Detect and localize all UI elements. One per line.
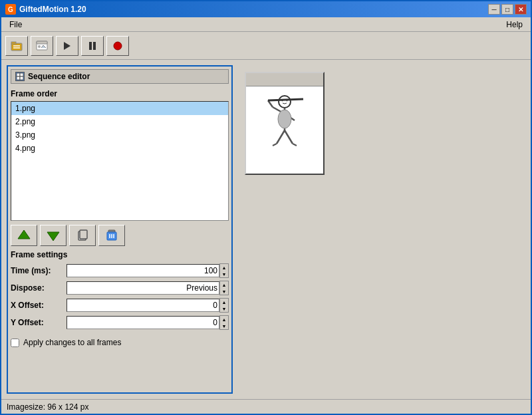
y-offset-label: Y Offset: bbox=[11, 318, 64, 327]
image-button[interactable] bbox=[31, 36, 53, 56]
x-offset-label: X Offset: bbox=[11, 301, 64, 310]
pause-button[interactable] bbox=[81, 36, 104, 56]
down-arrow-icon bbox=[46, 228, 61, 243]
y-offset-spinner: ▲ ▼ bbox=[219, 315, 229, 330]
right-panel bbox=[238, 65, 525, 394]
main-window: G GiftedMotion 1.20 ─ □ ✕ File Help bbox=[0, 0, 532, 415]
close-button[interactable]: ✕ bbox=[515, 4, 527, 15]
svg-rect-13 bbox=[17, 76, 20, 80]
svg-marker-16 bbox=[47, 232, 59, 241]
y-offset-spin-up[interactable]: ▲ bbox=[220, 316, 228, 323]
frame-settings-title: Frame settings bbox=[11, 250, 229, 259]
dispose-spinner: ▲ ▼ bbox=[219, 281, 229, 295]
svg-point-24 bbox=[279, 96, 291, 108]
list-item[interactable]: 3.png bbox=[11, 128, 228, 142]
open-button[interactable] bbox=[5, 36, 28, 56]
svg-point-10 bbox=[114, 42, 122, 50]
delete-icon bbox=[105, 229, 118, 242]
window-title: GiftedMotion 1.20 bbox=[19, 5, 86, 14]
x-offset-input[interactable] bbox=[66, 299, 219, 312]
list-item[interactable]: 4.png bbox=[11, 142, 228, 155]
panel-title-icon bbox=[15, 72, 25, 81]
minimize-button[interactable]: ─ bbox=[488, 4, 500, 15]
panel-title-text: Sequence editor bbox=[28, 72, 90, 81]
image-icon bbox=[35, 39, 49, 53]
svg-rect-9 bbox=[93, 42, 96, 50]
x-offset-spinner: ▲ ▼ bbox=[219, 298, 229, 313]
left-panel: Sequence editor Frame order 1.png 2.png … bbox=[7, 65, 233, 394]
frame-list[interactable]: 1.png 2.png 3.png 4.png bbox=[11, 101, 229, 221]
dispose-spin-down[interactable]: ▼ bbox=[220, 288, 228, 295]
title-bar-left: G GiftedMotion 1.20 bbox=[5, 4, 86, 15]
x-offset-spin-down[interactable]: ▼ bbox=[220, 305, 228, 312]
menu-help[interactable]: Help bbox=[501, 19, 528, 31]
panel-title: Sequence editor bbox=[11, 69, 229, 84]
dispose-label: Dispose: bbox=[11, 283, 64, 293]
x-offset-spin-up[interactable]: ▲ bbox=[220, 299, 228, 305]
svg-point-6 bbox=[38, 45, 41, 48]
app-icon: G bbox=[5, 4, 16, 15]
copy-button[interactable] bbox=[69, 225, 96, 246]
svg-line-35 bbox=[273, 144, 277, 146]
dispose-input-wrap: ▲ ▼ bbox=[66, 281, 229, 295]
up-arrow-icon bbox=[17, 228, 31, 243]
apply-checkbox-row: Apply changes to all frames bbox=[11, 338, 229, 347]
list-item[interactable]: 2.png bbox=[11, 115, 228, 128]
apply-label[interactable]: Apply changes to all frames bbox=[23, 338, 121, 347]
move-up-button[interactable] bbox=[11, 225, 37, 246]
action-buttons bbox=[11, 225, 229, 246]
svg-line-29 bbox=[268, 100, 273, 107]
toolbar bbox=[1, 32, 531, 60]
svg-marker-15 bbox=[18, 230, 30, 239]
svg-rect-12 bbox=[20, 73, 23, 76]
status-bar: Imagesize: 96 x 124 px bbox=[1, 399, 531, 414]
svg-rect-11 bbox=[17, 73, 20, 76]
svg-rect-8 bbox=[89, 42, 92, 50]
time-spinner: ▲ ▼ bbox=[219, 263, 229, 278]
svg-rect-18 bbox=[80, 230, 87, 239]
x-offset-input-wrap: ▲ ▼ bbox=[66, 298, 229, 313]
copy-icon bbox=[76, 229, 89, 242]
open-icon bbox=[10, 39, 23, 53]
stick-figure bbox=[258, 94, 311, 167]
time-spin-up[interactable]: ▲ bbox=[220, 264, 228, 271]
list-item[interactable]: 1.png bbox=[11, 102, 228, 115]
time-input[interactable] bbox=[66, 264, 219, 277]
pause-icon bbox=[87, 41, 98, 51]
dispose-spin-up[interactable]: ▲ bbox=[220, 281, 228, 288]
preview-header bbox=[246, 73, 323, 86]
svg-rect-0 bbox=[11, 43, 22, 51]
preview-body bbox=[246, 86, 323, 174]
maximize-button[interactable]: □ bbox=[501, 4, 513, 15]
play-button[interactable] bbox=[56, 36, 78, 56]
y-offset-input[interactable] bbox=[66, 316, 219, 329]
y-offset-input-wrap: ▲ ▼ bbox=[66, 315, 229, 330]
dispose-input[interactable] bbox=[66, 281, 219, 295]
menu-file[interactable]: File bbox=[4, 19, 27, 31]
svg-rect-1 bbox=[11, 42, 16, 44]
svg-line-33 bbox=[293, 144, 297, 146]
svg-rect-14 bbox=[20, 76, 23, 80]
settings-grid: Time (ms): ▲ ▼ Dispose: ▲ ▼ bbox=[11, 263, 229, 330]
time-label: Time (ms): bbox=[11, 266, 64, 275]
title-bar: G GiftedMotion 1.20 ─ □ ✕ bbox=[1, 1, 531, 17]
time-spin-down[interactable]: ▼ bbox=[220, 271, 228, 277]
delete-button[interactable] bbox=[98, 225, 125, 246]
move-down-button[interactable] bbox=[40, 225, 66, 246]
y-offset-spin-down[interactable]: ▼ bbox=[220, 323, 228, 329]
record-button[interactable] bbox=[106, 36, 129, 56]
main-content: Sequence editor Frame order 1.png 2.png … bbox=[1, 60, 531, 399]
frame-order-label: Frame order bbox=[11, 89, 229, 98]
record-icon bbox=[112, 41, 123, 51]
apply-checkbox[interactable] bbox=[11, 339, 19, 347]
svg-line-30 bbox=[268, 99, 303, 100]
time-input-wrap: ▲ ▼ bbox=[66, 263, 229, 278]
svg-marker-7 bbox=[64, 42, 70, 50]
menu-bar: File Help bbox=[1, 17, 531, 32]
sequence-icon bbox=[16, 72, 24, 80]
svg-rect-5 bbox=[37, 41, 47, 44]
play-icon bbox=[62, 41, 72, 51]
svg-line-34 bbox=[277, 130, 285, 144]
status-text: Imagesize: 96 x 124 px bbox=[7, 402, 88, 412]
title-buttons: ─ □ ✕ bbox=[488, 4, 527, 15]
